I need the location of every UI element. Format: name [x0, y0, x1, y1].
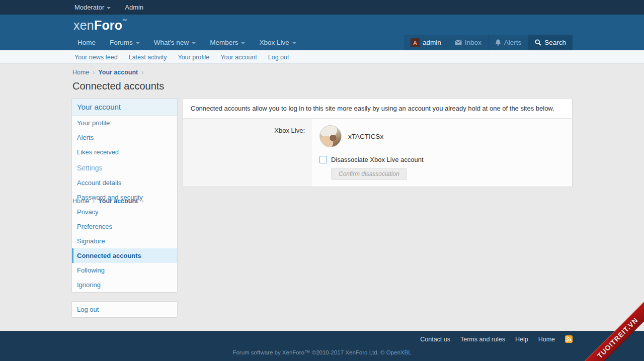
list-item: Privacy: [72, 205, 177, 219]
disassociate-row: Disassociate Xbox Live account: [319, 156, 564, 163]
search-label: Search: [544, 39, 566, 46]
subnav-latest-activity[interactable]: Latest activity: [129, 54, 167, 61]
account-sidebar: Your account Your profile Alerts Likes r…: [71, 98, 178, 318]
sidebar-item-ignoring[interactable]: Ignoring: [72, 278, 177, 292]
footer-copyright: Forum software by XenForo™ ©2010-2017 Xe…: [0, 349, 644, 355]
breadcrumb: Home › Your account ›: [71, 69, 573, 76]
subnav-log-out[interactable]: Log out: [268, 54, 289, 61]
envelope-icon: [455, 40, 462, 45]
list-item: Your profile: [72, 116, 177, 130]
chevron-down-icon: [107, 7, 111, 9]
username-label: admin: [423, 39, 441, 46]
admin-link[interactable]: Admin: [125, 4, 143, 11]
page-title: Connected accounts: [71, 80, 573, 92]
subnav-your-news-feed[interactable]: Your news feed: [74, 54, 118, 61]
list-item: Following: [72, 263, 177, 278]
sidebar-item-your-profile[interactable]: Your profile: [72, 116, 177, 130]
connected-accounts-description: Connected accounts allow you to log in t…: [183, 99, 572, 119]
breadcrumb-home[interactable]: Home: [72, 198, 89, 205]
disassociate-label[interactable]: Disassociate Xbox Live account: [331, 156, 424, 163]
list-item: Likes received: [72, 145, 177, 159]
sidebar-item-account-details[interactable]: Account details: [72, 175, 177, 190]
xbox-avatar[interactable]: [319, 125, 342, 147]
sub-nav: Your news feed Latest activity Your prof…: [0, 50, 644, 64]
sidebar-item-log-out[interactable]: Log out: [72, 302, 177, 317]
xbox-live-label: Xbox Live:: [183, 119, 311, 187]
logo-trademark: ™: [122, 18, 127, 23]
sidebar-item-likes-received[interactable]: Likes received: [72, 145, 177, 159]
alerts-label: Alerts: [504, 39, 522, 46]
moderator-bar: Moderator Admin: [0, 0, 644, 15]
nav-tab-forums[interactable]: Forums: [103, 35, 147, 50]
list-item: Ignoring: [72, 278, 177, 292]
nav-tab-members[interactable]: Members: [203, 35, 252, 50]
disassociate-checkbox[interactable]: [319, 156, 327, 163]
footer-contact-us[interactable]: Contact us: [420, 336, 450, 343]
list-item: Signature: [72, 234, 177, 248]
account-nav-block: Your account Your profile Alerts Likes r…: [71, 98, 178, 293]
inbox-tab[interactable]: Inbox: [448, 35, 488, 50]
main-content: Connected accounts allow you to log in t…: [183, 98, 573, 205]
footer-help[interactable]: Help: [515, 336, 528, 343]
page-body: Home › Your account › Connected accounts…: [71, 64, 573, 318]
sidebar-item-preferences[interactable]: Preferences: [72, 219, 177, 234]
chevron-down-icon: [136, 42, 140, 44]
sidebar-item-connected-accounts[interactable]: Connected accounts: [72, 248, 177, 263]
breadcrumb-separator: ›: [141, 198, 143, 205]
xbox-gamertag: xTACTICSx: [348, 133, 383, 140]
visitor-tabs: A admin Inbox Alerts Search: [404, 35, 573, 50]
chevron-down-icon: [241, 42, 245, 44]
moderator-menu-label: Moderator: [74, 4, 104, 11]
subnav-your-profile[interactable]: Your profile: [178, 54, 209, 61]
footer-terms-and-rules[interactable]: Terms and rules: [460, 336, 505, 343]
list-item: Account details: [72, 175, 177, 190]
list-item: Preferences: [72, 219, 177, 234]
logo-foro: Foro: [94, 18, 122, 32]
list-item: Alerts: [72, 130, 177, 145]
xbox-live-value: xTACTICSx Disassociate Xbox Live account…: [311, 119, 572, 187]
connected-accounts-panel: Connected accounts allow you to log in t…: [183, 98, 573, 187]
account-tab[interactable]: A admin: [404, 35, 448, 50]
header: xenForo™ Home Forums What's new Members …: [0, 15, 644, 50]
avatar: A: [411, 38, 420, 47]
sidebar-item-privacy[interactable]: Privacy: [72, 205, 177, 219]
inbox-label: Inbox: [465, 39, 481, 46]
sidebar-item-signature[interactable]: Signature: [72, 234, 177, 248]
breadcrumb-your-account[interactable]: Your account: [98, 198, 138, 205]
subnav-your-account[interactable]: Your account: [220, 54, 257, 61]
sidebar-item-following[interactable]: Following: [72, 263, 177, 278]
list-item: Connected accounts: [72, 248, 177, 263]
footer-links: Contact us Terms and rules Help Home: [71, 331, 573, 343]
chevron-down-icon: [192, 42, 196, 44]
logo-xen: xen: [73, 18, 94, 32]
logout-block: Log out: [71, 301, 178, 318]
openxbl-link[interactable]: OpenXBL: [386, 349, 412, 355]
nav-tab-home[interactable]: Home: [71, 35, 103, 50]
search-button[interactable]: Search: [528, 35, 573, 50]
breadcrumb-home[interactable]: Home: [72, 69, 89, 76]
main-nav: Home Forums What's new Members Xbox Live: [71, 35, 303, 50]
sidebar-settings-header: Settings: [72, 159, 177, 175]
nav-tab-whats-new[interactable]: What's new: [147, 35, 203, 50]
search-icon: [535, 39, 541, 46]
copyright-text: Forum software by XenForo™ ©2010-2017 Xe…: [232, 349, 384, 355]
xenforo-logo[interactable]: xenForo™: [73, 18, 127, 33]
confirm-disassociation-button[interactable]: Confirm disassociation: [331, 168, 407, 180]
rss-icon[interactable]: [565, 335, 573, 343]
sidebar-settings-list: Account details Password and security Pr…: [72, 175, 177, 292]
alerts-tab[interactable]: Alerts: [488, 35, 528, 50]
moderator-menu[interactable]: Moderator: [74, 4, 111, 11]
breadcrumb-bottom: Home › Your account ›: [71, 198, 573, 205]
breadcrumb-separator: ›: [93, 69, 95, 76]
sidebar-header-your-account[interactable]: Your account: [72, 99, 177, 116]
footer: Contact us Terms and rules Help Home For…: [0, 331, 644, 361]
nav-tab-xbox-live[interactable]: Xbox Live: [252, 35, 303, 50]
sidebar-item-alerts[interactable]: Alerts: [72, 130, 177, 145]
bell-icon: [495, 39, 501, 46]
breadcrumb-separator: ›: [141, 69, 143, 76]
breadcrumb-your-account[interactable]: Your account: [98, 69, 138, 76]
chevron-down-icon: [292, 42, 296, 44]
sidebar-top-list: Your profile Alerts Likes received: [72, 116, 177, 159]
footer-home[interactable]: Home: [538, 336, 555, 343]
breadcrumb-separator: ›: [93, 198, 95, 205]
